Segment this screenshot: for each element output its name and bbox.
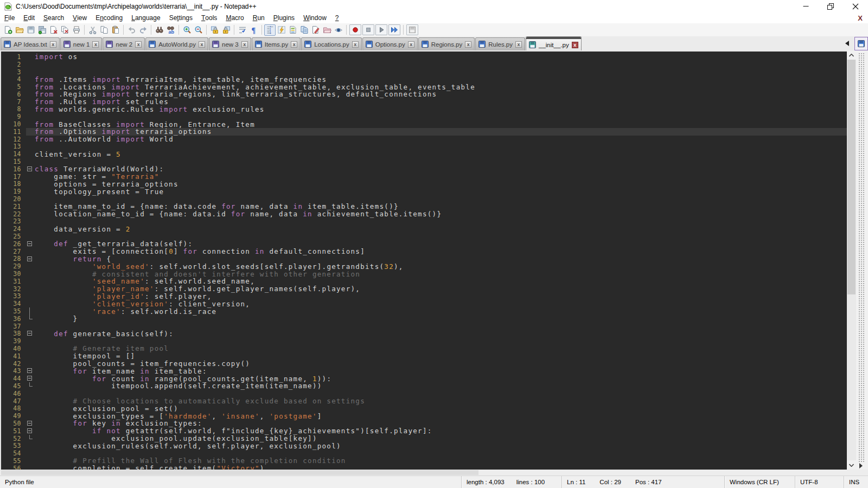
indent-guide-icon[interactable] (264, 24, 276, 36)
file-monitoring-icon[interactable] (333, 24, 344, 36)
code-editor[interactable]: 1import os234from .Items import Terraria… (0, 50, 847, 470)
folder-as-workspace-icon[interactable] (321, 24, 333, 36)
macro-play-icon[interactable] (375, 24, 387, 35)
menu-tools[interactable]: Tools (197, 12, 221, 23)
code-line[interactable]: 51 if not getattr(self.world, f"include_… (1, 427, 847, 435)
tab-close-icon[interactable]: x (465, 41, 471, 48)
function-list-icon[interactable] (276, 24, 287, 36)
code-line[interactable]: 8from worlds.generic.Rules import exclus… (1, 106, 847, 113)
code-line[interactable]: 1import os (1, 53, 847, 61)
menu-settings[interactable]: Settings (165, 12, 197, 23)
redo-icon[interactable] (137, 24, 149, 36)
code-line[interactable]: 52 exclusion_pool.update(exclusion_table… (1, 435, 847, 442)
fold-collapse-icon[interactable] (26, 375, 35, 382)
replace-icon[interactable]: ab (165, 24, 176, 36)
fold-collapse-icon[interactable] (26, 255, 35, 263)
tab-close-icon[interactable]: x (291, 41, 297, 48)
tab-__init__.py[interactable]: __init__.pyx (526, 36, 582, 50)
document-list-icon[interactable] (298, 24, 310, 36)
minimize-button[interactable] (793, 0, 818, 12)
menu-?[interactable]: ? (331, 12, 343, 23)
tab-rules.py[interactable]: Rules.pyx (475, 37, 525, 50)
code-line[interactable]: 23 (1, 218, 847, 226)
zoom-in-icon[interactable] (181, 24, 193, 36)
tab-options.py[interactable]: Options.pyx (362, 37, 418, 50)
code-line[interactable]: 28 return { (1, 255, 847, 263)
code-line[interactable]: 29 'world_seed': self.world.slot_seeds[s… (1, 262, 847, 270)
close-all-icon[interactable] (59, 24, 71, 36)
code-line[interactable]: 30 # consistent and doesn't interfere wi… (1, 270, 847, 278)
menu-macro[interactable]: Macro (221, 12, 248, 23)
macro-save-icon[interactable] (406, 24, 418, 35)
tab-ap-ideas.txt[interactable]: AP Ideas.txtx (1, 37, 60, 50)
code-line[interactable]: 6from .Regions import terraria_regions, … (1, 91, 847, 98)
tab-close-icon[interactable]: x (241, 41, 248, 48)
vertical-scrollbar[interactable] (847, 50, 856, 470)
tab-close-icon[interactable]: x (50, 41, 56, 48)
tab-new-3[interactable]: new 3x (209, 37, 251, 50)
close-document-icon[interactable]: X (858, 15, 863, 22)
code-line[interactable]: 26 def _get_terraria_data(self): (1, 240, 847, 248)
tab-close-icon[interactable]: x (352, 41, 359, 48)
macro-run-multiple-icon[interactable] (388, 24, 400, 35)
code-line[interactable]: 48 exclusion_pool = set() (1, 404, 847, 412)
code-line[interactable]: 11from .Options import terraria_options (1, 128, 847, 136)
tab-close-icon[interactable]: x (515, 41, 522, 48)
code-line[interactable]: 24 data_version = 2 (1, 225, 847, 233)
macro-record-icon[interactable] (349, 24, 361, 35)
code-line[interactable]: 39 (1, 337, 847, 345)
sync-horizontal-icon[interactable] (220, 24, 232, 36)
menu-file[interactable]: File (0, 12, 19, 23)
tab-close-icon[interactable]: x (135, 41, 142, 48)
status-encoding[interactable]: UTF-8 (795, 476, 844, 488)
close-button[interactable] (843, 0, 868, 12)
code-line[interactable]: 15 (1, 158, 847, 165)
code-line[interactable]: 49 exclusion_types = ['hardmode', 'insan… (1, 412, 847, 420)
title-bar[interactable]: C:\Users\Dood\Documents\tmp\Archipelago\… (0, 0, 868, 12)
save-icon[interactable] (25, 24, 36, 36)
code-line[interactable]: 14client_version = 5 (1, 150, 847, 158)
scroll-down-icon[interactable] (847, 460, 856, 470)
copy-icon[interactable] (98, 24, 110, 36)
docked-panel-stub[interactable] (854, 37, 868, 50)
restore-button[interactable] (818, 0, 843, 12)
horizontal-scrollbar-thumb[interactable] (1, 470, 478, 475)
horizontal-scrollbar[interactable] (0, 470, 868, 476)
open-icon[interactable] (14, 24, 25, 36)
tab-scroll-left-icon[interactable] (845, 41, 849, 46)
tab-autoworld.py[interactable]: AutoWorld.pyx (145, 37, 208, 50)
menu-search[interactable]: Search (39, 12, 68, 23)
menu-run[interactable]: Run (248, 12, 269, 23)
sync-vertical-icon[interactable] (209, 24, 220, 36)
code-line[interactable]: 34 'client_version': client_version, (1, 300, 847, 307)
menu-encoding[interactable]: Encoding (91, 12, 127, 23)
find-icon[interactable] (154, 24, 165, 36)
code-line[interactable]: 20 (1, 195, 847, 203)
code-line[interactable]: 44 for count in range(pool_counts.get(it… (1, 375, 847, 382)
tab-locations.py[interactable]: Locations.pyx (301, 37, 362, 50)
code-line[interactable]: 25 (1, 233, 847, 240)
undo-icon[interactable] (126, 24, 137, 36)
code-line[interactable]: 31 'seed_name': self.world.seed_name, (1, 278, 847, 285)
tab-close-icon[interactable]: x (572, 42, 578, 48)
code-line[interactable]: 21 item_name_to_id = {name: data.code fo… (1, 203, 847, 210)
code-line[interactable]: 45 itempool.append(self.create_item(item… (1, 382, 847, 390)
code-line[interactable]: 4from .Items import TerrariaItem, item_t… (1, 75, 847, 83)
code-line[interactable]: 12from ..AutoWorld import World (1, 136, 847, 143)
paste-icon[interactable] (110, 24, 121, 36)
menu-language[interactable]: Language (127, 12, 164, 23)
zoom-out-icon[interactable] (193, 24, 204, 36)
code-line[interactable]: 13 (1, 143, 847, 151)
cut-icon[interactable] (87, 24, 98, 36)
tab-close-icon[interactable]: x (92, 41, 99, 48)
word-wrap-icon[interactable] (237, 24, 248, 36)
tab-items.py[interactable]: Items.pyx (252, 37, 301, 50)
code-line[interactable]: 36 } (1, 315, 847, 323)
scroll-up-icon[interactable] (847, 50, 856, 60)
code-line[interactable]: 43 for item_name in item_table: (1, 367, 847, 375)
dock-splitter-grip[interactable] (856, 50, 868, 470)
fold-collapse-icon[interactable] (26, 240, 35, 248)
code-line[interactable]: 18 options = terraria_options (1, 181, 847, 188)
code-line[interactable]: 10from BaseClasses import Region, Entran… (1, 120, 847, 128)
code-line[interactable]: 46 (1, 390, 847, 397)
